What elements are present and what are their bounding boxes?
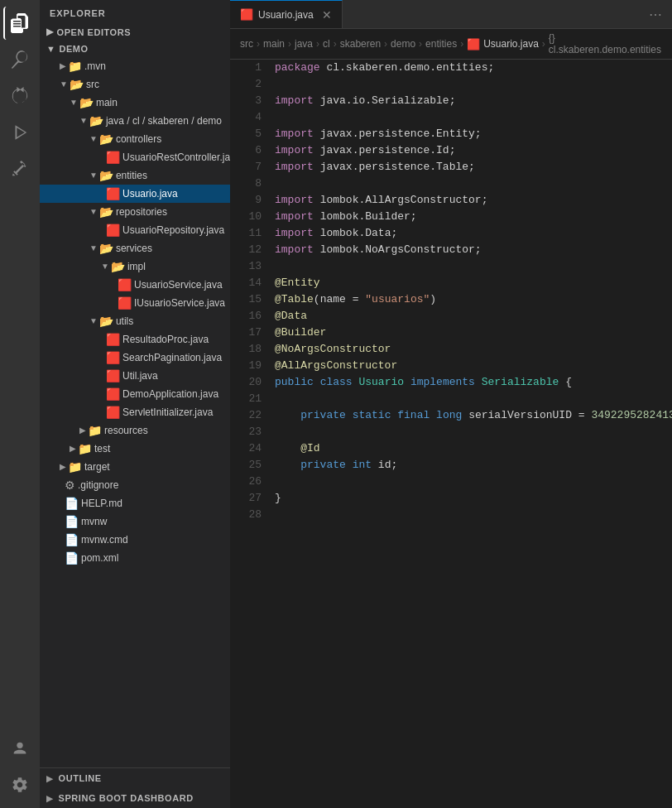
search-icon[interactable]: [3, 43, 36, 76]
folder-services[interactable]: ▼ 📂 services: [40, 239, 230, 257]
code-line: import lombok.NoArgsConstructor;: [275, 242, 672, 258]
servlet-file-icon: 🟥: [106, 404, 120, 421]
svg-point-0: [17, 743, 22, 748]
breadcrumb-main[interactable]: main: [263, 38, 285, 50]
split-editor-button[interactable]: ⋯: [646, 5, 665, 24]
breadcrumb: src › main › java › cl › skaberen › demo…: [230, 29, 672, 60]
outline-label: OUTLINE: [59, 773, 102, 783]
extensions-icon[interactable]: [3, 152, 36, 185]
file-tree: ▶ 📁 .mvn ▼ 📂 src ▼ 📂 main ▼ 📂 java / cl …: [40, 57, 230, 767]
file-pom-xml[interactable]: 📄 pom.xml: [40, 549, 230, 567]
file-util[interactable]: 🟥 Util.java: [40, 367, 230, 385]
folder-src[interactable]: ▼ 📂 src: [40, 75, 230, 94]
file-usuario-repository[interactable]: 🟥 UsuarioRepository.java: [40, 221, 230, 239]
help-label: HELP.md: [81, 495, 122, 512]
breadcrumb-demo[interactable]: demo: [391, 38, 415, 50]
test-label: test: [94, 440, 110, 457]
file-usuario-rest-controller[interactable]: 🟥 UsuarioRestController.java: [40, 148, 230, 166]
src-label: src: [86, 76, 99, 93]
demo-chevron: ▼: [46, 44, 55, 54]
sidebar: EXPLORER ▶ OPEN EDITORS ▼ DEMO ▶ 📁 .mvn …: [40, 0, 230, 808]
file-help-md[interactable]: 📄 HELP.md: [40, 494, 230, 512]
file-usuario-service[interactable]: 🟥 UsuarioService.java: [40, 276, 230, 294]
tab-usuario-java[interactable]: 🟥 Usuario.java ✕: [230, 0, 343, 28]
source-control-icon[interactable]: [3, 79, 36, 113]
breadcrumb-java[interactable]: java: [295, 38, 313, 50]
services-chevron: ▼: [89, 240, 98, 257]
tab-close-button[interactable]: ✕: [322, 8, 332, 22]
resources-label: resources: [104, 422, 148, 439]
util-label: Util.java: [122, 368, 158, 384]
breadcrumb-usuario-java[interactable]: Usuario.java: [483, 38, 539, 50]
code-line: @Entity: [275, 275, 672, 291]
spring-label: SPRING BOOT DASHBOARD: [59, 793, 194, 803]
test-folder-icon: 📁: [78, 440, 92, 457]
file-gitignore[interactable]: ⚙ .gitignore: [40, 476, 230, 494]
run-icon[interactable]: [3, 116, 36, 149]
code-line: private static final long serialVersionU…: [275, 407, 672, 424]
demo-section[interactable]: ▼ DEMO: [40, 41, 230, 57]
gitignore-file-icon: ⚙: [65, 477, 75, 493]
folder-icon: 📁: [68, 58, 82, 75]
test-chevron: ▶: [70, 440, 76, 457]
demo-app-label: DemoApplication.java: [122, 386, 218, 402]
java-chevron: ▼: [79, 113, 88, 129]
folder-entities[interactable]: ▼ 📂 entities: [40, 166, 230, 185]
file-iusuario-service[interactable]: 🟥 IUsuarioService.java: [40, 294, 230, 312]
folder-impl[interactable]: ▼ 📂 impl: [40, 257, 230, 276]
code-line: private int id;: [275, 457, 672, 474]
spring-dashboard-section[interactable]: ▶ SPRING BOOT DASHBOARD: [40, 788, 230, 808]
file-mvnw-cmd[interactable]: 📄 mvnw.cmd: [40, 531, 230, 549]
folder-repositories[interactable]: ▼ 📂 repositories: [40, 203, 230, 221]
line-numbers: 12345 678910 1112131415 1617181920 21222…: [230, 60, 271, 808]
repositories-chevron: ▼: [89, 204, 98, 220]
impl-label: impl: [127, 258, 146, 275]
breadcrumb-cl[interactable]: cl: [323, 38, 330, 50]
code-line: [275, 109, 672, 126]
folder-resources[interactable]: ▶ 📁 resources: [40, 421, 230, 440]
file-mvnw[interactable]: 📄 mvnw: [40, 512, 230, 531]
code-line: @Data: [275, 308, 672, 325]
file-demo-application[interactable]: 🟥 DemoApplication.java: [40, 385, 230, 403]
repositories-label: repositories: [116, 204, 167, 220]
accounts-icon[interactable]: [3, 732, 36, 765]
controllers-folder-icon: 📂: [99, 131, 113, 147]
code-line: import javax.persistence.Id;: [275, 142, 672, 159]
folder-utils[interactable]: ▼ 📂 utils: [40, 312, 230, 330]
explorer-icon[interactable]: [3, 7, 36, 40]
java-label: java / cl / skaberen / demo: [106, 113, 222, 129]
resources-chevron: ▶: [79, 422, 86, 439]
repositories-folder-icon: 📂: [99, 204, 113, 220]
sidebar-bottom: ▶ OUTLINE ▶ SPRING BOOT DASHBOARD: [40, 767, 230, 808]
settings-icon[interactable]: [3, 768, 36, 801]
open-editors-section[interactable]: ▶ OPEN EDITORS: [40, 23, 230, 41]
tab-actions: ⋯: [639, 0, 672, 28]
file-search-pagination[interactable]: 🟥 SearchPagination.java: [40, 349, 230, 367]
file-resultado-proc[interactable]: 🟥 ResultadoProc.java: [40, 330, 230, 349]
code-line: public class Usuario implements Serializ…: [275, 374, 672, 391]
breadcrumb-class[interactable]: {} cl.skaberen.demo.entities: [549, 32, 662, 55]
folder-mvn[interactable]: ▶ 📁 .mvn: [40, 57, 230, 75]
outline-section[interactable]: ▶ OUTLINE: [40, 768, 230, 788]
tab-bar: 🟥 Usuario.java ✕ ⋯: [230, 0, 672, 29]
file-usuario[interactable]: 🟥 Usuario.java: [40, 185, 230, 203]
folder-controllers[interactable]: ▼ 📂 controllers: [40, 130, 230, 148]
outline-chevron: ▶: [46, 774, 54, 783]
folder-java[interactable]: ▼ 📂 java / cl / skaberen / demo: [40, 112, 230, 130]
breadcrumb-src[interactable]: src: [240, 38, 253, 50]
breadcrumb-skaberen[interactable]: skaberen: [340, 38, 381, 50]
search-label: SearchPagination.java: [122, 349, 222, 366]
servlet-label: ServletInitializer.java: [122, 404, 213, 421]
file-servlet-initializer[interactable]: 🟥 ServletInitializer.java: [40, 403, 230, 421]
breadcrumb-entities[interactable]: entities: [425, 38, 457, 50]
sep8: ›: [542, 38, 545, 50]
code-editor[interactable]: 12345 678910 1112131415 1617181920 21222…: [230, 60, 672, 808]
folder-main[interactable]: ▼ 📂 main: [40, 94, 230, 112]
code-line: import lombok.AllArgsConstructor;: [275, 192, 672, 209]
md-file-icon: 📄: [65, 495, 79, 512]
folder-test[interactable]: ▶ 📁 test: [40, 440, 230, 458]
code-line: [275, 474, 672, 490]
entities-folder-icon: 📂: [99, 167, 113, 184]
folder-target[interactable]: ▶ 📁 target: [40, 458, 230, 476]
code-line: import lombok.Builder;: [275, 209, 672, 225]
